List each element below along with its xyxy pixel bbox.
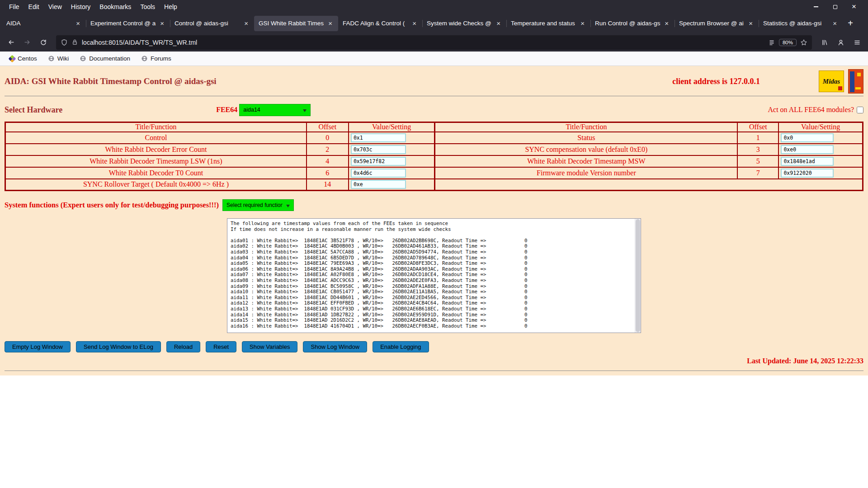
- page-header: AIDA: GSI White Rabbit Timestamp Control…: [5, 68, 863, 95]
- account-button[interactable]: [834, 35, 848, 50]
- bookmarks-toolbar: Centos Wiki Documentation Forums: [0, 52, 868, 66]
- menu-button[interactable]: [850, 35, 864, 50]
- logos: Midas: [819, 69, 863, 94]
- menu-tools[interactable]: Tools: [136, 2, 160, 12]
- tab-close-icon[interactable]: ×: [243, 19, 250, 27]
- show-log-button[interactable]: Show Log Window: [303, 341, 367, 352]
- page-title: AIDA: GSI White Rabbit Timestamp Control…: [5, 76, 217, 86]
- reload-page-button[interactable]: Reload: [166, 341, 200, 352]
- zoom-level-button[interactable]: 80%: [779, 39, 797, 46]
- tab-system-wide-checks[interactable]: System wide Checks @ ×: [422, 16, 506, 31]
- tab-close-icon[interactable]: ×: [411, 19, 418, 27]
- system-functions-select[interactable]: Select required function: [222, 199, 294, 211]
- register-input-sync-compensation[interactable]: [781, 145, 834, 154]
- register-input-control[interactable]: [351, 133, 406, 142]
- account-icon: [837, 39, 844, 46]
- reset-button[interactable]: Reset: [206, 341, 236, 352]
- log-scrollbar-thumb[interactable]: [636, 219, 640, 332]
- tab-close-icon[interactable]: ×: [831, 19, 838, 27]
- page-content: AIDA: GSI White Rabbit Timestamp Control…: [0, 66, 868, 375]
- new-tab-button[interactable]: +: [843, 16, 858, 31]
- globe-icon: [80, 55, 86, 62]
- show-variables-button[interactable]: Show Variables: [242, 341, 297, 352]
- centos-icon: [9, 55, 16, 62]
- log-scrollbar[interactable]: [635, 219, 641, 333]
- log-window[interactable]: The following are timestamp values from …: [227, 218, 641, 333]
- minimize-button[interactable]: [813, 4, 819, 10]
- tab-bar: AIDA × Experiment Control @ a × Control …: [0, 14, 868, 33]
- act-all-checkbox[interactable]: [857, 107, 863, 113]
- select-hardware-row: Select Hardware FEE64 aida14 Act on ALL …: [5, 103, 863, 116]
- menu-bar: File Edit View History Bookmarks Tools H…: [0, 0, 868, 14]
- menu-file[interactable]: File: [5, 2, 24, 12]
- register-input-error-count[interactable]: [351, 145, 406, 154]
- bookmark-star-icon[interactable]: [800, 39, 807, 46]
- reader-view-icon[interactable]: [768, 39, 775, 46]
- menu-view[interactable]: View: [44, 2, 66, 12]
- fee64-label: FEE64: [216, 106, 237, 114]
- register-input-timestamp-lsw[interactable]: [351, 157, 406, 166]
- tab-control[interactable]: Control @ aidas-gsi ×: [170, 16, 254, 31]
- facility-logo: [848, 69, 863, 94]
- menu-edit[interactable]: Edit: [24, 2, 44, 12]
- register-input-firmware-version[interactable]: [781, 169, 834, 178]
- close-window-button[interactable]: ×: [851, 4, 857, 10]
- fee64-select[interactable]: aida14: [239, 104, 311, 116]
- reload-button[interactable]: [36, 35, 51, 50]
- table-header-row: Title/Function Offset Value/Setting Titl…: [5, 122, 863, 132]
- bookmark-wiki[interactable]: Wiki: [44, 54, 73, 63]
- register-input-timestamp-msw[interactable]: [781, 157, 834, 166]
- window-controls: ×: [813, 4, 863, 10]
- register-input-sync-rollover[interactable]: [351, 180, 406, 189]
- library-button[interactable]: [817, 35, 832, 50]
- lock-icon[interactable]: [71, 39, 78, 46]
- tab-close-icon[interactable]: ×: [75, 19, 81, 27]
- register-input-status[interactable]: [781, 133, 834, 142]
- tab-temperature-status[interactable]: Temperature and status ×: [506, 16, 590, 31]
- tab-close-icon[interactable]: ×: [159, 19, 165, 27]
- menu-help[interactable]: Help: [160, 2, 182, 12]
- tab-aida[interactable]: AIDA ×: [2, 16, 86, 31]
- url-text: localhost:8015/AIDA/TS_WR/TS_WR.tml: [82, 39, 197, 46]
- act-all-label: Act on ALL FEE64 modules?: [768, 106, 854, 114]
- empty-cell: [435, 179, 863, 191]
- enable-logging-button[interactable]: Enable Logging: [373, 341, 429, 352]
- tab-gsi-white-rabbit[interactable]: GSI White Rabbit Times ×: [254, 16, 338, 31]
- tab-close-icon[interactable]: ×: [495, 19, 502, 27]
- table-row: White Rabbit Decoder T0 Count 6 Firmware…: [5, 167, 863, 179]
- select-hardware-label: Select Hardware: [5, 105, 62, 115]
- tab-run-control[interactable]: Run Control @ aidas-gsi ×: [590, 16, 675, 31]
- back-icon: [7, 38, 15, 46]
- menu-bookmarks[interactable]: Bookmarks: [95, 2, 136, 12]
- table-row: SYNC Rollover Target ( Default 0x4000 =>…: [5, 179, 863, 191]
- tab-close-icon[interactable]: ×: [663, 19, 670, 27]
- forward-icon: [24, 38, 31, 46]
- tab-experiment-control[interactable]: Experiment Control @ a ×: [86, 16, 170, 31]
- url-bar[interactable]: localhost:8015/AIDA/TS_WR/TS_WR.tml 80%: [56, 35, 812, 50]
- registers-table: Title/Function Offset Value/Setting Titl…: [5, 122, 863, 191]
- tab-fadc-align[interactable]: FADC Align & Control ( ×: [338, 16, 422, 31]
- back-button[interactable]: [4, 35, 18, 50]
- tracking-shield-icon[interactable]: [61, 39, 68, 46]
- tab-close-icon[interactable]: ×: [579, 19, 586, 27]
- register-input-t0-count[interactable]: [351, 169, 406, 178]
- browser-chrome: File Edit View History Bookmarks Tools H…: [0, 0, 868, 66]
- tab-close-icon[interactable]: ×: [747, 19, 754, 27]
- empty-log-button[interactable]: Empty Log Window: [5, 341, 71, 352]
- client-address: client address is 127.0.0.1: [672, 77, 760, 86]
- bookmark-documentation[interactable]: Documentation: [75, 54, 134, 63]
- menu-history[interactable]: History: [66, 2, 95, 12]
- bookmark-centos[interactable]: Centos: [5, 54, 41, 63]
- tab-spectrum-browser[interactable]: Spectrum Browser @ ai ×: [675, 16, 759, 31]
- maximize-button[interactable]: [832, 4, 838, 10]
- tab-close-icon[interactable]: ×: [327, 19, 334, 27]
- tab-statistics[interactable]: Statistics @ aidas-gsi ×: [759, 16, 843, 31]
- forward-button[interactable]: [20, 35, 34, 50]
- last-updated: Last Updated: June 14, 2025 12:22:33: [5, 357, 863, 365]
- system-functions-row: System functions (Expert users only for …: [5, 199, 863, 211]
- log-window-wrapper: The following are timestamp values from …: [227, 218, 641, 333]
- system-functions-label: System functions (Expert users only for …: [5, 201, 219, 210]
- send-elog-button[interactable]: Send Log Window to ELog: [76, 341, 161, 352]
- bookmark-forums[interactable]: Forums: [137, 54, 175, 63]
- hamburger-menu-icon: [854, 39, 861, 46]
